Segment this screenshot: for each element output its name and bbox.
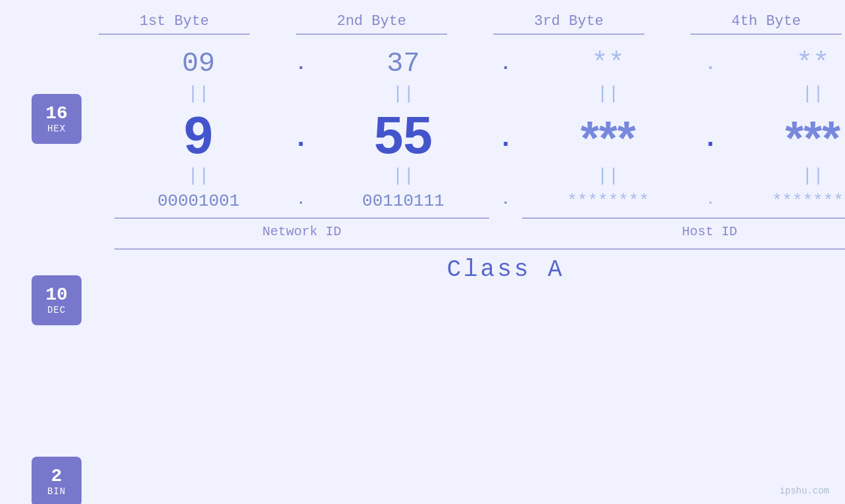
main-area: 16 HEX 10 DEC 2 BIN 09 . (0, 41, 845, 504)
eq1-b4: || (724, 83, 845, 104)
dec-b1: 9 (110, 109, 287, 162)
bin-dot1: . (291, 192, 311, 211)
dec-dot1: . (291, 124, 311, 162)
badges-column: 16 HEX 10 DEC 2 BIN (0, 41, 82, 504)
values-grid: 09 . 37 . ** . ** || || (82, 41, 845, 283)
bin-badge-number: 2 (51, 467, 62, 487)
bin-badge-label: BIN (47, 486, 66, 497)
class-footer-section: Class A (95, 248, 845, 283)
eq2-b1: || (110, 166, 287, 186)
eq2-b4: || (724, 166, 845, 186)
bin-dot3: . (700, 192, 720, 211)
eq2-b2: || (314, 166, 492, 186)
eq1-b2: || (314, 83, 492, 104)
bin-dot2: . (496, 192, 516, 211)
class-label: Class A (108, 256, 845, 283)
bin-b1: 00001001 (110, 191, 287, 211)
watermark: ipshu.com (779, 486, 829, 496)
byte2-header: 2nd Byte (283, 13, 460, 35)
hex-b1: 09 (110, 48, 287, 80)
byte1-header: 1st Byte (85, 13, 263, 35)
dec-row: 9 . 55 . *** . *** (95, 109, 845, 162)
eq1-b3: || (519, 83, 697, 104)
dec-badge: 10 DEC (32, 275, 82, 325)
bin-badge: 2 BIN (32, 457, 82, 504)
bottom-bracket-lines: Network ID Host ID (95, 218, 845, 239)
hex-badge-label: HEX (47, 124, 66, 134)
hex-dot2: . (496, 54, 516, 80)
hex-badge: 16 HEX (32, 94, 82, 144)
page-container: 1st Byte 2nd Byte 3rd Byte 4th Byte 16 H… (0, 0, 845, 504)
dec-badge-number: 10 (45, 285, 68, 306)
bin-b2: 00110111 (314, 191, 492, 211)
byte4-header: 4th Byte (677, 13, 845, 35)
hex-dot3: . (700, 54, 720, 80)
network-id-bracket: Network ID (108, 218, 496, 239)
bin-row: 00001001 . 00110111 . ******** . (95, 191, 845, 211)
eq2-b3: || (519, 166, 697, 186)
dec-b4: *** (724, 114, 845, 162)
byte3-header: 3rd Byte (480, 13, 658, 35)
dec-b2: 55 (314, 109, 492, 162)
dec-dot3: . (700, 124, 720, 162)
host-id-label: Host ID (516, 224, 845, 239)
hex-b4: ** (724, 48, 845, 80)
hex-row: 09 . 37 . ** . ** (95, 48, 845, 80)
hex-dot1: . (291, 54, 311, 80)
hex-b2: 37 (314, 48, 492, 80)
network-id-label: Network ID (108, 224, 496, 239)
equals-row-1: || || || || (95, 83, 845, 104)
dec-badge-label: DEC (47, 305, 66, 315)
eq1-b1: || (110, 83, 287, 104)
hex-b3: ** (519, 48, 697, 80)
hex-badge-number: 16 (45, 104, 68, 124)
dec-dot2: . (496, 124, 516, 162)
bin-b3: ******** (519, 191, 697, 211)
host-id-bracket: Host ID (516, 218, 845, 239)
byte-headers: 1st Byte 2nd Byte 3rd Byte 4th Byte (43, 0, 845, 35)
bin-b4: ******** (724, 191, 845, 211)
dec-b3: *** (519, 114, 697, 162)
equals-row-2: || || || || (95, 166, 845, 186)
